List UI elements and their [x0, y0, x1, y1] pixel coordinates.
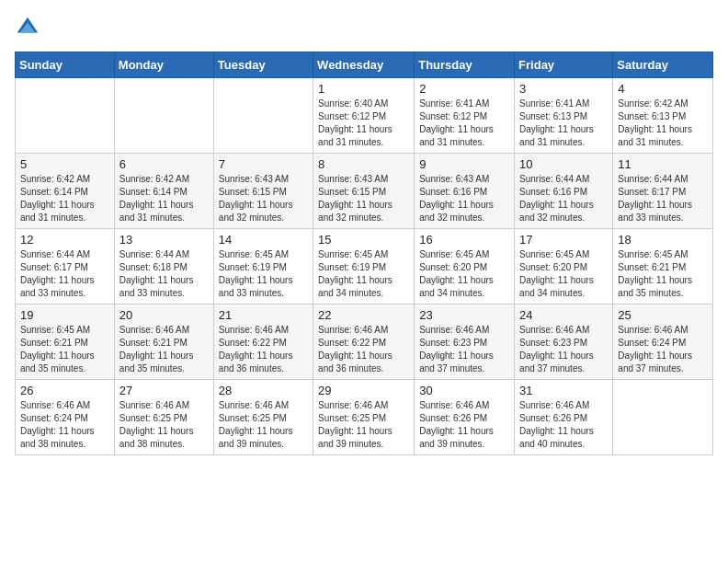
calendar-day-cell: 1Sunrise: 6:40 AM Sunset: 6:12 PM Daylig… — [313, 78, 415, 154]
day-number: 5 — [20, 157, 109, 171]
day-info: Sunrise: 6:45 AM Sunset: 6:20 PM Dayligh… — [519, 248, 608, 300]
day-number: 21 — [219, 308, 308, 322]
day-number: 18 — [618, 233, 708, 247]
calendar-header-sunday: Sunday — [16, 52, 115, 78]
calendar-empty-cell — [213, 78, 313, 154]
calendar-header-thursday: Thursday — [415, 52, 515, 78]
day-number: 14 — [219, 233, 308, 247]
calendar-empty-cell — [114, 78, 213, 154]
calendar-day-cell: 19Sunrise: 6:45 AM Sunset: 6:21 PM Dayli… — [16, 304, 115, 380]
calendar-header-wednesday: Wednesday — [313, 52, 415, 78]
day-number: 9 — [419, 157, 509, 171]
day-info: Sunrise: 6:46 AM Sunset: 6:25 PM Dayligh… — [318, 399, 409, 451]
day-info: Sunrise: 6:42 AM Sunset: 6:13 PM Dayligh… — [618, 98, 708, 149]
calendar-day-cell: 23Sunrise: 6:46 AM Sunset: 6:23 PM Dayli… — [415, 304, 515, 380]
calendar-day-cell: 5Sunrise: 6:42 AM Sunset: 6:14 PM Daylig… — [16, 154, 115, 229]
calendar-empty-cell — [613, 380, 713, 455]
day-number: 3 — [519, 82, 608, 96]
day-info: Sunrise: 6:41 AM Sunset: 6:12 PM Dayligh… — [419, 98, 509, 149]
calendar-day-cell: 7Sunrise: 6:43 AM Sunset: 6:15 PM Daylig… — [213, 154, 313, 229]
calendar-day-cell: 15Sunrise: 6:45 AM Sunset: 6:19 PM Dayli… — [313, 229, 415, 304]
calendar-day-cell: 13Sunrise: 6:44 AM Sunset: 6:18 PM Dayli… — [114, 229, 213, 304]
calendar-day-cell: 11Sunrise: 6:44 AM Sunset: 6:17 PM Dayli… — [613, 154, 713, 229]
day-info: Sunrise: 6:43 AM Sunset: 6:15 PM Dayligh… — [318, 173, 409, 224]
day-number: 2 — [419, 82, 509, 96]
calendar-header-monday: Monday — [114, 52, 213, 78]
day-number: 17 — [519, 233, 608, 247]
calendar-day-cell: 6Sunrise: 6:42 AM Sunset: 6:14 PM Daylig… — [114, 154, 213, 229]
day-number: 29 — [318, 384, 409, 397]
day-info: Sunrise: 6:46 AM Sunset: 6:23 PM Dayligh… — [519, 324, 608, 375]
day-number: 6 — [119, 157, 209, 171]
calendar-empty-cell — [16, 78, 115, 154]
calendar-day-cell: 21Sunrise: 6:46 AM Sunset: 6:22 PM Dayli… — [213, 304, 313, 380]
calendar-day-cell: 27Sunrise: 6:46 AM Sunset: 6:25 PM Dayli… — [114, 380, 213, 455]
calendar-day-cell: 31Sunrise: 6:46 AM Sunset: 6:26 PM Dayli… — [515, 380, 613, 455]
day-number: 28 — [219, 384, 308, 397]
day-info: Sunrise: 6:44 AM Sunset: 6:18 PM Dayligh… — [119, 248, 209, 300]
day-info: Sunrise: 6:46 AM Sunset: 6:22 PM Dayligh… — [318, 324, 409, 375]
day-number: 16 — [419, 233, 509, 247]
day-info: Sunrise: 6:42 AM Sunset: 6:14 PM Dayligh… — [119, 173, 209, 224]
day-number: 7 — [219, 157, 308, 171]
day-number: 12 — [20, 233, 109, 247]
calendar-day-cell: 25Sunrise: 6:46 AM Sunset: 6:24 PM Dayli… — [613, 304, 713, 380]
calendar-header-tuesday: Tuesday — [213, 52, 313, 78]
day-info: Sunrise: 6:44 AM Sunset: 6:17 PM Dayligh… — [618, 173, 708, 224]
day-number: 25 — [618, 308, 708, 322]
day-info: Sunrise: 6:45 AM Sunset: 6:21 PM Dayligh… — [618, 248, 708, 300]
calendar-day-cell: 22Sunrise: 6:46 AM Sunset: 6:22 PM Dayli… — [313, 304, 415, 380]
day-info: Sunrise: 6:45 AM Sunset: 6:19 PM Dayligh… — [219, 248, 308, 300]
calendar-day-cell: 2Sunrise: 6:41 AM Sunset: 6:12 PM Daylig… — [415, 78, 515, 154]
day-number: 13 — [119, 233, 209, 247]
calendar-day-cell: 3Sunrise: 6:41 AM Sunset: 6:13 PM Daylig… — [515, 78, 613, 154]
calendar-day-cell: 30Sunrise: 6:46 AM Sunset: 6:26 PM Dayli… — [415, 380, 515, 455]
calendar-day-cell: 8Sunrise: 6:43 AM Sunset: 6:15 PM Daylig… — [313, 154, 415, 229]
calendar-day-cell: 24Sunrise: 6:46 AM Sunset: 6:23 PM Dayli… — [515, 304, 613, 380]
day-info: Sunrise: 6:46 AM Sunset: 6:25 PM Dayligh… — [119, 399, 209, 451]
day-info: Sunrise: 6:45 AM Sunset: 6:21 PM Dayligh… — [20, 324, 109, 375]
day-info: Sunrise: 6:43 AM Sunset: 6:16 PM Dayligh… — [419, 173, 509, 224]
day-info: Sunrise: 6:40 AM Sunset: 6:12 PM Dayligh… — [318, 98, 409, 149]
day-number: 10 — [519, 157, 608, 171]
day-info: Sunrise: 6:46 AM Sunset: 6:26 PM Dayligh… — [519, 399, 608, 451]
day-info: Sunrise: 6:46 AM Sunset: 6:23 PM Dayligh… — [419, 324, 509, 375]
day-number: 27 — [119, 384, 209, 397]
day-info: Sunrise: 6:46 AM Sunset: 6:26 PM Dayligh… — [419, 399, 509, 451]
calendar-week-row: 12Sunrise: 6:44 AM Sunset: 6:17 PM Dayli… — [16, 229, 713, 304]
logo-icon — [15, 15, 40, 40]
day-number: 19 — [20, 308, 109, 322]
day-number: 23 — [419, 308, 509, 322]
day-number: 22 — [318, 308, 409, 322]
page-header — [15, 15, 713, 40]
logo — [15, 15, 42, 40]
day-info: Sunrise: 6:45 AM Sunset: 6:20 PM Dayligh… — [419, 248, 509, 300]
calendar: SundayMondayTuesdayWednesdayThursdayFrid… — [15, 52, 713, 455]
day-info: Sunrise: 6:43 AM Sunset: 6:15 PM Dayligh… — [219, 173, 308, 224]
day-number: 11 — [618, 157, 708, 171]
day-number: 4 — [618, 82, 708, 96]
calendar-day-cell: 14Sunrise: 6:45 AM Sunset: 6:19 PM Dayli… — [213, 229, 313, 304]
calendar-day-cell: 12Sunrise: 6:44 AM Sunset: 6:17 PM Dayli… — [16, 229, 115, 304]
calendar-day-cell: 16Sunrise: 6:45 AM Sunset: 6:20 PM Dayli… — [415, 229, 515, 304]
day-info: Sunrise: 6:46 AM Sunset: 6:21 PM Dayligh… — [119, 324, 209, 375]
day-number: 20 — [119, 308, 209, 322]
calendar-week-row: 1Sunrise: 6:40 AM Sunset: 6:12 PM Daylig… — [16, 78, 713, 154]
day-info: Sunrise: 6:46 AM Sunset: 6:24 PM Dayligh… — [20, 399, 109, 451]
calendar-day-cell: 10Sunrise: 6:44 AM Sunset: 6:16 PM Dayli… — [515, 154, 613, 229]
day-info: Sunrise: 6:45 AM Sunset: 6:19 PM Dayligh… — [318, 248, 409, 300]
day-info: Sunrise: 6:44 AM Sunset: 6:17 PM Dayligh… — [20, 248, 109, 300]
day-number: 1 — [318, 82, 409, 96]
calendar-day-cell: 9Sunrise: 6:43 AM Sunset: 6:16 PM Daylig… — [415, 154, 515, 229]
day-number: 26 — [20, 384, 109, 397]
day-info: Sunrise: 6:41 AM Sunset: 6:13 PM Dayligh… — [519, 98, 608, 149]
day-info: Sunrise: 6:44 AM Sunset: 6:16 PM Dayligh… — [519, 173, 608, 224]
calendar-week-row: 26Sunrise: 6:46 AM Sunset: 6:24 PM Dayli… — [16, 380, 713, 455]
calendar-header-friday: Friday — [515, 52, 613, 78]
calendar-day-cell: 17Sunrise: 6:45 AM Sunset: 6:20 PM Dayli… — [515, 229, 613, 304]
calendar-week-row: 5Sunrise: 6:42 AM Sunset: 6:14 PM Daylig… — [16, 154, 713, 229]
day-number: 8 — [318, 157, 409, 171]
day-info: Sunrise: 6:46 AM Sunset: 6:25 PM Dayligh… — [219, 399, 308, 451]
day-info: Sunrise: 6:42 AM Sunset: 6:14 PM Dayligh… — [20, 173, 109, 224]
day-number: 31 — [519, 384, 608, 397]
